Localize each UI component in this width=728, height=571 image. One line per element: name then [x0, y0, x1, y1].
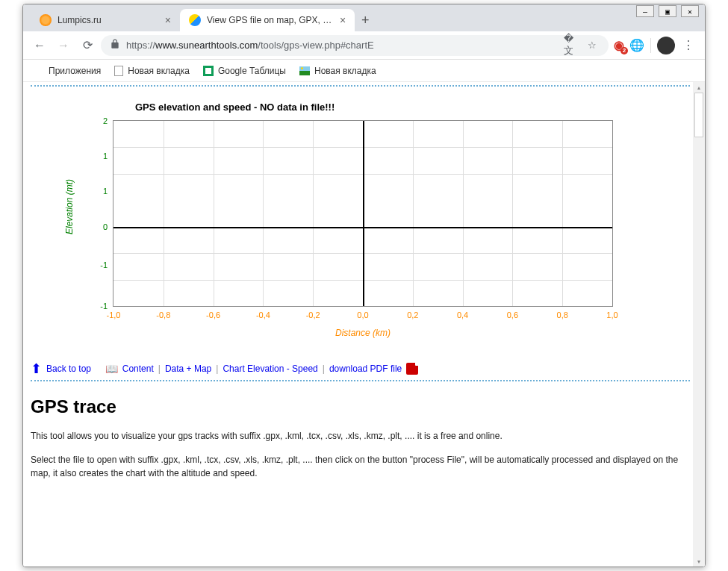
- page-heading: GPS trace: [31, 396, 690, 417]
- star-icon[interactable]: ☆: [585, 38, 600, 53]
- bookmark-label: Приложения: [49, 66, 101, 76]
- menu-button[interactable]: ⋮: [678, 35, 699, 56]
- bookmark-sheets[interactable]: Google Таблицы: [203, 66, 286, 76]
- x-tick: 1,0: [606, 311, 617, 319]
- chart-plot: 2 1 1 0 -1 -1 -1,0 -0,8 -0,6 -0,4 -0,2 0…: [113, 120, 613, 307]
- close-icon[interactable]: ×: [340, 14, 346, 26]
- intro-paragraph-2: Select the file to open with suffix .gpx…: [31, 453, 690, 480]
- x-tick: -0,4: [256, 311, 270, 319]
- maximize-button[interactable]: ▣: [659, 5, 676, 17]
- y-tick: 0: [103, 222, 108, 231]
- pdf-link[interactable]: download PDF file: [329, 363, 402, 374]
- y-tick: 1: [103, 187, 108, 196]
- translate-icon[interactable]: �文: [564, 38, 579, 53]
- y-axis-zero: [363, 121, 364, 306]
- lock-icon: [110, 39, 120, 52]
- arrow-up-icon: ⬆: [31, 361, 42, 377]
- y-tick: -1: [100, 302, 108, 311]
- content-link[interactable]: Content: [122, 363, 154, 374]
- x-tick: 0,0: [357, 311, 368, 319]
- book-icon: 📖: [105, 363, 118, 375]
- x-tick: -0,8: [156, 311, 170, 319]
- bookmark-newtab1[interactable]: Новая вкладка: [114, 66, 190, 76]
- x-tick: 0,6: [507, 311, 518, 319]
- y-axis-label: Elevation (mt): [64, 178, 75, 234]
- back-to-top-link[interactable]: Back to top: [46, 363, 91, 374]
- avatar[interactable]: [657, 37, 675, 54]
- bookmark-label: Новая вкладка: [314, 66, 376, 76]
- x-tick: 0,8: [557, 311, 568, 319]
- x-tick: -1,0: [107, 311, 121, 319]
- intro-paragraph-1: This tool allows you to visualize your g…: [31, 429, 690, 443]
- y-tick: 2: [103, 116, 108, 125]
- tab-lumpics[interactable]: Lumpics.ru ×: [31, 9, 180, 31]
- favicon-icon: [189, 14, 201, 26]
- y-tick: -1: [100, 260, 108, 269]
- divider: [31, 85, 690, 87]
- scrollbar[interactable]: ▴ ▾: [693, 82, 705, 567]
- x-tick: -0,2: [306, 311, 320, 319]
- pdf-icon: [406, 363, 418, 375]
- scroll-down-icon[interactable]: ▾: [694, 556, 703, 567]
- back-button[interactable]: ←: [29, 35, 50, 56]
- window-controls: — ▣ ✕: [630, 4, 705, 20]
- browser-window: — ▣ ✕ Lumpics.ru × View GPS file on map,…: [22, 4, 706, 567]
- extension-icon[interactable]: ◉: [612, 38, 626, 53]
- globe-icon[interactable]: 🌐: [629, 38, 644, 53]
- page-content: ▴ ▾ GPS elevation and speed - NO data in…: [23, 82, 705, 567]
- tab-title: Lumpics.ru: [57, 15, 102, 25]
- forward-button[interactable]: →: [53, 35, 74, 56]
- chart-link[interactable]: Chart Elevation - Speed: [223, 363, 317, 374]
- minimize-button[interactable]: —: [636, 5, 654, 17]
- toolbar: ← → ⟳ https://www.sunearthtools.com/tool…: [23, 31, 705, 60]
- data-map-link[interactable]: Data + Map: [165, 363, 211, 374]
- bookmark-label: Новая вкладка: [128, 66, 190, 76]
- page-nav-links: ⬆ Back to top 📖 Content | Data + Map | C…: [31, 361, 690, 377]
- url-bar[interactable]: https://www.sunearthtools.com/tools/gps-…: [101, 35, 609, 56]
- chart-container: GPS elevation and speed - NO data in fil…: [90, 102, 690, 338]
- close-button[interactable]: ✕: [681, 5, 699, 17]
- scrollbar-thumb[interactable]: [694, 93, 703, 137]
- url-text: https://www.sunearthtools.com/tools/gps-…: [126, 40, 374, 51]
- y-tick: 1: [103, 152, 108, 160]
- favicon-icon: [40, 14, 52, 26]
- sheets-icon: [203, 66, 214, 76]
- tab-strip: Lumpics.ru × View GPS file on map, GPX, …: [23, 4, 705, 31]
- x-tick: 0,2: [407, 311, 418, 319]
- tab-gpsview[interactable]: View GPS file on map, GPX, KML ×: [180, 9, 355, 31]
- bookmarks-bar: Приложения Новая вкладка Google Таблицы …: [23, 60, 705, 82]
- bookmark-apps[interactable]: Приложения: [32, 65, 101, 77]
- close-icon[interactable]: ×: [165, 14, 171, 26]
- bookmark-label: Google Таблицы: [218, 66, 286, 76]
- new-tab-button[interactable]: +: [355, 10, 376, 31]
- bookmark-newtab2[interactable]: Новая вкладка: [299, 66, 376, 76]
- divider: [31, 380, 690, 381]
- chart-title: GPS elevation and speed - NO data in fil…: [135, 102, 690, 113]
- scroll-up-icon[interactable]: ▴: [694, 82, 703, 93]
- tab-title: View GPS file on map, GPX, KML: [207, 15, 334, 25]
- x-tick: 0,4: [457, 311, 468, 319]
- x-axis-label: Distance (km): [113, 328, 613, 338]
- reload-button[interactable]: ⟳: [77, 35, 98, 56]
- image-icon: [299, 66, 310, 75]
- x-tick: -0,6: [206, 311, 220, 319]
- apps-icon: [32, 65, 44, 77]
- page-icon: [114, 66, 123, 76]
